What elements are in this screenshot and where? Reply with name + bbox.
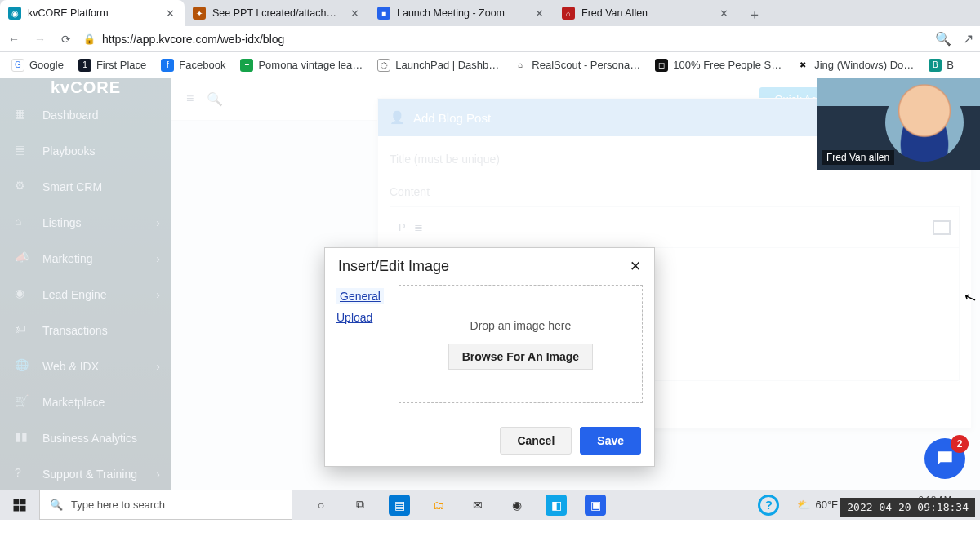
bookmark-people[interactable]: ◻100% Free People S… [655, 59, 782, 72]
bookmark-facebook[interactable]: fFacebook [161, 59, 225, 72]
reload-icon[interactable]: ⟳ [59, 33, 74, 46]
url-text: https://app.kvcore.com/web-idx/blog [102, 33, 284, 46]
insert-edit-image-dialog: Insert/Edit Image ✕ General Upload Drop … [324, 247, 655, 467]
share-icon[interactable]: ↗ [963, 31, 973, 47]
new-tab-button[interactable]: ＋ [743, 3, 766, 26]
bookmark-b[interactable]: BB [929, 59, 954, 72]
image-dropzone[interactable]: Drop an image here Browse For An Image [399, 285, 643, 403]
lock-icon: 🔒 [83, 33, 96, 45]
tab-upload[interactable]: Upload [336, 311, 384, 324]
tab-general[interactable]: General [336, 288, 384, 304]
zoom-icon[interactable]: ▣ [585, 495, 606, 516]
sun-icon: ⛅ [797, 499, 810, 511]
chrome-icon[interactable]: ◉ [506, 495, 528, 516]
close-icon[interactable]: ✕ [717, 7, 730, 20]
tab-title: Fred Van Allen [581, 7, 710, 19]
svg-rect-3 [20, 505, 26, 511]
chrome-toolbar: ← → ⟳ 🔒 https://app.kvcore.com/web-idx/b… [0, 26, 980, 52]
webcam-face [885, 83, 964, 162]
bookmark-launchpad[interactable]: ◌LaunchPad | Dashb… [377, 59, 499, 72]
bookmarks-bar: GGoogle 1First Place fFacebook +Pomona v… [0, 52, 980, 78]
search-icon[interactable]: 🔍 [935, 31, 951, 47]
tab-favicon: ✦ [193, 7, 206, 20]
app-icon[interactable]: ◧ [546, 495, 567, 516]
taskbar-search[interactable]: 🔍 Type here to search [39, 490, 292, 520]
save-button[interactable]: Save [580, 427, 641, 455]
tab-favicon: ◉ [8, 7, 21, 20]
cancel-button[interactable]: Cancel [500, 427, 572, 455]
start-button[interactable] [0, 490, 39, 520]
back-icon[interactable]: ← [7, 33, 21, 46]
bookmark-realscout[interactable]: ⌂RealScout - Persona… [514, 59, 640, 72]
forward-icon: → [33, 33, 47, 46]
tab-title: See PPT I created/attached - fre… [212, 7, 341, 19]
tab-favicon: ■ [377, 7, 390, 20]
intercom-launcher[interactable]: 2 [924, 438, 965, 479]
bookmark-jing[interactable]: ✖Jing (Windows) Do… [796, 59, 914, 72]
browser-tab-fred[interactable]: ⌂ Fred Van Allen ✕ [554, 0, 738, 26]
chrome-tab-strip: ◉ kvCORE Platform ✕ ✦ See PPT I created/… [0, 0, 980, 26]
explorer-icon[interactable]: 🗂 [428, 495, 449, 516]
tab-title: kvCORE Platform [28, 7, 157, 19]
browse-image-button[interactable]: Browse For An Image [448, 344, 593, 370]
windows-taskbar: 🔍 Type here to search ○ ⧉ ▤ 🗂 ✉ ◉ ◧ ▣ ? … [0, 490, 980, 520]
search-placeholder: Type here to search [71, 499, 165, 511]
browser-tab-kvcore[interactable]: ◉ kvCORE Platform ✕ [0, 0, 185, 26]
zoom-video-overlay: Fred Van allen [817, 78, 980, 170]
participant-name: Fred Van allen [822, 150, 894, 165]
bookmark-firstplace[interactable]: 1First Place [78, 59, 146, 72]
close-icon[interactable]: ✕ [630, 258, 641, 275]
bookmark-pomona[interactable]: +Pomona vintage lea… [240, 59, 363, 72]
browser-tab-ppt[interactable]: ✦ See PPT I created/attached - fre… ✕ [185, 0, 369, 26]
edge-icon[interactable]: ▤ [389, 495, 410, 516]
dialog-title: Insert/Edit Image [338, 258, 449, 275]
bookmark-google[interactable]: GGoogle [11, 59, 64, 72]
weather-widget[interactable]: ⛅ 60°F [797, 499, 838, 511]
search-icon: 🔍 [50, 499, 63, 511]
mail-icon[interactable]: ✉ [467, 495, 488, 516]
help-orb-icon[interactable]: ? [758, 495, 779, 516]
tab-favicon: ⌂ [562, 7, 575, 20]
browser-tab-zoom[interactable]: ■ Launch Meeting - Zoom ✕ [369, 0, 554, 26]
svg-rect-1 [20, 499, 26, 504]
close-icon[interactable]: ✕ [532, 7, 546, 20]
recording-timestamp: 2022-04-20 09:18:34 [840, 498, 975, 517]
svg-rect-2 [14, 505, 20, 511]
task-view-icon[interactable]: ⧉ [350, 495, 371, 516]
close-icon[interactable]: ✕ [348, 7, 361, 20]
cortana-icon[interactable]: ○ [310, 495, 332, 516]
close-icon[interactable]: ✕ [163, 7, 176, 20]
address-bar[interactable]: 🔒 https://app.kvcore.com/web-idx/blog [83, 33, 925, 46]
dropzone-label: Drop an image here [470, 319, 572, 332]
notification-badge: 2 [951, 435, 969, 453]
tab-title: Launch Meeting - Zoom [397, 7, 526, 19]
svg-rect-0 [14, 499, 20, 504]
